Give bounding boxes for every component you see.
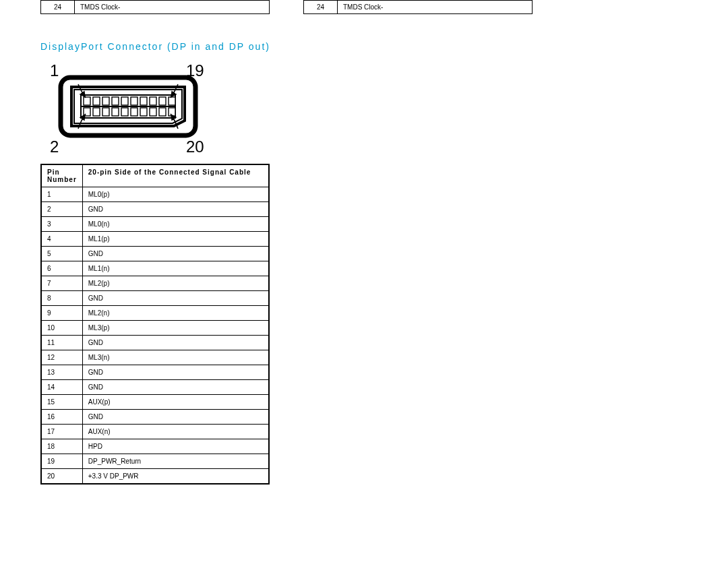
signal-cell: ML0(p) (82, 187, 269, 202)
table-row: 9ML2(n) (41, 306, 269, 321)
table-row: 14GND (41, 380, 269, 395)
table-row: 12ML3(n) (41, 350, 269, 365)
signal-cell: GND (82, 202, 269, 217)
pin-cell: 12 (41, 350, 82, 365)
table-row: 7ML2(p) (41, 276, 269, 291)
signal-cell: GND (82, 365, 269, 380)
table-row: 5GND (41, 247, 269, 261)
table-row: 20+3.3 V DP_PWR (41, 469, 269, 485)
svg-rect-6 (112, 97, 119, 105)
col-header-pin: Pin Number (41, 164, 82, 187)
table-row: 2GND (41, 202, 269, 217)
pin-label-1: 1 (50, 61, 59, 80)
table-row: 10ML3(p) (41, 321, 269, 336)
signal-cell: DP_PWR_Return (82, 454, 269, 469)
pin-cell: 6 (41, 261, 82, 276)
table-row: 6ML1(n) (41, 261, 269, 276)
table-row: 11GND (41, 336, 269, 350)
table-row: 24 TMDS Clock- (304, 1, 533, 14)
table-row: 15AUX(p) (41, 395, 269, 410)
svg-rect-18 (131, 108, 138, 116)
signal-cell: ML0(n) (82, 217, 269, 232)
connector-diagram: 1 19 2 20 (40, 61, 688, 157)
svg-rect-11 (159, 97, 166, 105)
svg-rect-19 (140, 108, 147, 116)
svg-rect-5 (102, 97, 109, 105)
pin-cell: 10 (41, 321, 82, 336)
svg-rect-20 (150, 108, 156, 116)
table-row: 3ML0(n) (41, 217, 269, 232)
table-row: 19DP_PWR_Return (41, 454, 269, 469)
pin-cell: 13 (41, 365, 82, 380)
col-header-signal: 20-pin Side of the Connected Signal Cabl… (82, 164, 269, 187)
svg-rect-15 (102, 108, 109, 116)
signal-cell: ML1(n) (82, 261, 269, 276)
table-row: 1ML0(p) (41, 187, 269, 202)
signal-cell: AUX(p) (82, 395, 269, 410)
table-row: 13GND (41, 365, 269, 380)
signal-cell: GND (82, 380, 269, 395)
svg-rect-22 (169, 108, 175, 116)
pin-table-body: 1ML0(p)2GND3ML0(n)4ML1(p)5GND6ML1(n)7ML2… (41, 187, 269, 485)
pin-cell: 9 (41, 306, 82, 321)
pin-cell: 17 (41, 425, 82, 439)
signal-cell: ML3(n) (82, 350, 269, 365)
section-heading-displayport: DisplayPort Connector (DP in and DP out) (40, 41, 688, 52)
pin-cell: 16 (41, 410, 82, 425)
signal-cell: GND (82, 410, 269, 425)
pin-cell: 2 (41, 202, 82, 217)
pin-cell: 8 (41, 291, 82, 306)
signal-cell: ML3(p) (82, 321, 269, 336)
signal-cell: ML1(p) (82, 232, 269, 247)
table-row: 4ML1(p) (41, 232, 269, 247)
pin-cell: 3 (41, 217, 82, 232)
pin-cell: 24 (304, 1, 338, 14)
svg-rect-14 (93, 108, 100, 116)
pin-cell: 24 (41, 1, 75, 14)
svg-rect-4 (93, 97, 100, 105)
table-row: 8GND (41, 291, 269, 306)
page-content: 24 TMDS Clock- 24 TMDS Clock- DisplayPor… (0, 0, 728, 511)
pin-label-2: 2 (50, 137, 59, 156)
pin-assignment-table: Pin Number 20-pin Side of the Connected … (40, 164, 270, 485)
signal-cell: AUX(n) (82, 425, 269, 439)
table-header-row: Pin Number 20-pin Side of the Connected … (41, 164, 269, 187)
pin-cell: 7 (41, 276, 82, 291)
table-row: 18HPD (41, 439, 269, 454)
pin-cell: 19 (41, 454, 82, 469)
svg-rect-21 (159, 108, 166, 116)
pin-cell: 11 (41, 336, 82, 350)
mini-table-left: 24 TMDS Clock- (40, 0, 270, 14)
mini-table-right: 24 TMDS Clock- (303, 0, 533, 14)
signal-cell: TMDS Clock- (75, 1, 270, 14)
signal-cell: ML2(n) (82, 306, 269, 321)
signal-cell: HPD (82, 439, 269, 454)
table-row: 24 TMDS Clock- (41, 1, 270, 14)
svg-rect-3 (84, 97, 90, 105)
signal-cell: GND (82, 291, 269, 306)
pin-cell: 20 (41, 469, 82, 485)
signal-cell: +3.3 V DP_PWR (82, 469, 269, 485)
signal-cell: GND (82, 336, 269, 350)
pin-cell: 14 (41, 380, 82, 395)
pin-cell: 4 (41, 232, 82, 247)
pin-cell: 5 (41, 247, 82, 261)
signal-cell: TMDS Clock- (338, 1, 533, 14)
pin-cell: 1 (41, 187, 82, 202)
pin-label-20: 20 (186, 137, 204, 156)
svg-rect-16 (112, 108, 119, 116)
table-row: 16GND (41, 410, 269, 425)
svg-rect-10 (150, 97, 156, 105)
signal-cell: GND (82, 247, 269, 261)
top-row-tables: 24 TMDS Clock- 24 TMDS Clock- (40, 0, 688, 14)
pin-cell: 15 (41, 395, 82, 410)
signal-cell: ML2(p) (82, 276, 269, 291)
table-row: 17AUX(n) (41, 425, 269, 439)
pin-cell: 18 (41, 439, 82, 454)
svg-rect-9 (140, 97, 147, 105)
svg-rect-12 (169, 97, 175, 105)
svg-rect-17 (121, 108, 128, 116)
svg-rect-8 (131, 97, 138, 105)
svg-rect-7 (121, 97, 128, 105)
